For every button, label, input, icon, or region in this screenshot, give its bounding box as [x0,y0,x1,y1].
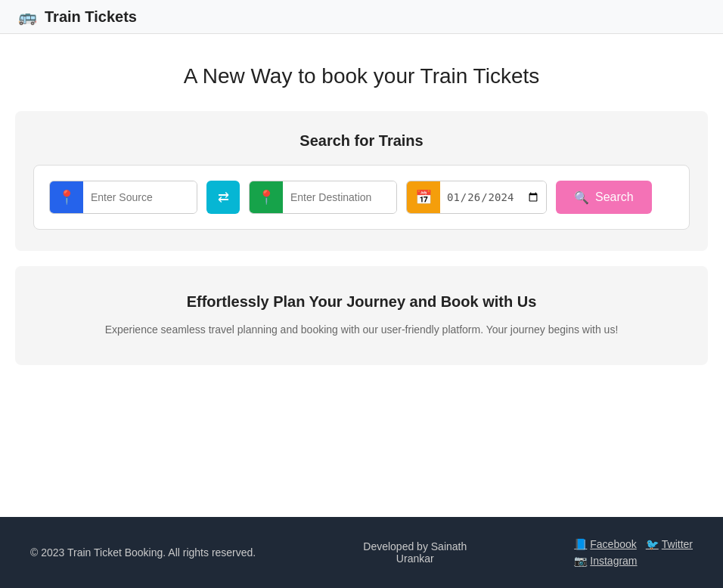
footer-developer: Developed by Sainath Urankar [363,540,467,565]
instagram-link[interactable]: 📷 Instagram [574,555,637,567]
footer-developer-line1: Developed by Sainath [363,540,467,552]
facebook-link[interactable]: 📘 Facebook [574,538,636,550]
source-location-icon-btn[interactable]: 📍 [50,181,83,214]
source-field-group: 📍 [49,181,197,214]
twitter-link[interactable]: 🐦 Twitter [646,538,693,550]
footer-copyright: © 2023 Train Ticket Booking. All rights … [30,546,256,559]
info-card-description: Experience seamless travel planning and … [33,321,690,338]
twitter-icon: 🐦 [646,538,659,550]
search-card-title: Search for Trains [33,132,690,150]
footer: © 2023 Train Ticket Booking. All rights … [0,517,723,588]
search-form: 📍 ⇄ 📍 📅 🔍 Search [33,165,690,230]
instagram-icon: 📷 [574,555,587,567]
source-input[interactable] [83,181,197,214]
search-button[interactable]: 🔍 Search [556,181,652,214]
date-field-group: 📅 [406,181,547,214]
swap-button[interactable]: ⇄ [206,181,240,214]
footer-social-row-1: 📘 Facebook 🐦 Twitter [574,538,693,550]
dest-location-icon-btn[interactable]: 📍 [250,181,283,214]
search-card: Search for Trains 📍 ⇄ 📍 📅 [15,111,708,251]
facebook-icon: 📘 [574,538,587,550]
search-button-label: Search [595,190,634,204]
calendar-icon-btn[interactable]: 📅 [407,181,440,214]
navbar: 🚌 Train Tickets [0,0,723,34]
navbar-title: Train Tickets [45,8,137,26]
info-card: Effortlessly Plan Your Journey and Book … [15,266,708,365]
facebook-label: Facebook [590,538,636,550]
footer-developer-line2: Urankar [396,552,434,565]
instagram-label: Instagram [590,555,637,567]
footer-social-row-2: 📷 Instagram [574,555,693,567]
train-icon: 🚌 [18,8,37,26]
hero-title: A New Way to book your Train Tickets [15,64,708,88]
twitter-label: Twitter [662,538,693,550]
info-card-title: Effortlessly Plan Your Journey and Book … [33,293,690,311]
main-content: A New Way to book your Train Tickets Sea… [0,34,723,517]
dest-field-group: 📍 [249,181,397,214]
footer-social: 📘 Facebook 🐦 Twitter 📷 Instagram [574,538,693,567]
dest-input[interactable] [283,181,396,214]
swap-icon: ⇄ [218,189,229,206]
date-input[interactable] [440,181,546,214]
search-icon: 🔍 [574,190,589,205]
